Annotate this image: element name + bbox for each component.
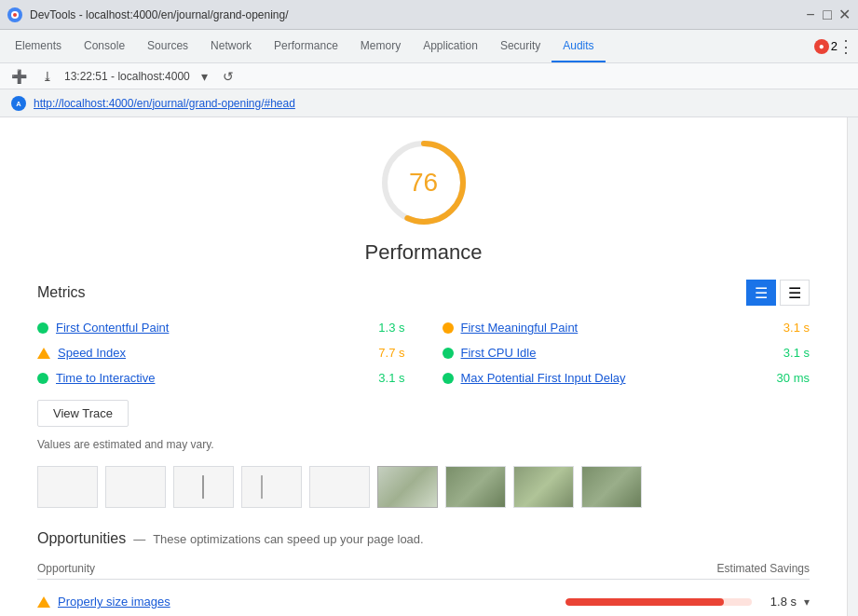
tab-memory[interactable]: Memory — [349, 30, 412, 62]
browser-favicon — [7, 7, 22, 22]
audit-results: 76 Performance Metrics ☰ ☰ First Content… — [0, 117, 847, 616]
list-view-button[interactable]: ☰ — [780, 280, 810, 306]
filmstrip-frame-3 — [173, 466, 234, 508]
metric-max-potential-fid: Max Potential First Input Delay 30 ms — [443, 371, 810, 385]
export-button[interactable]: ⤓ — [38, 67, 57, 86]
tab-bar: Elements Console Sources Network Perform… — [0, 30, 858, 63]
grid-view-button[interactable]: ☰ — [746, 280, 776, 306]
tab-console[interactable]: Console — [73, 30, 136, 62]
filmstrip-frame-7 — [445, 466, 506, 508]
metric-value-tti: 3.1 s — [378, 371, 404, 385]
filmstrip-frame-2 — [105, 466, 166, 508]
metric-name-tti[interactable]: Time to Interactive — [56, 371, 371, 385]
opp-bar-fill — [565, 598, 724, 606]
metric-first-contentful-paint: First Contentful Paint 1.3 s — [37, 321, 405, 335]
error-count: 2 — [831, 39, 838, 53]
minimize-button[interactable]: − — [804, 8, 817, 21]
metric-dot-orange-fmp — [443, 322, 454, 334]
filmstrip-frame-4 — [241, 466, 302, 508]
metric-dot-green-fci — [443, 348, 454, 359]
chevron-down-icon[interactable]: ▾ — [804, 595, 810, 609]
metric-value-si: 7.7 s — [378, 346, 404, 360]
maximize-button[interactable]: □ — [821, 8, 834, 21]
tab-security[interactable]: Security — [489, 30, 552, 62]
metrics-toggle: ☰ ☰ — [746, 280, 810, 306]
savings-column-label: Estimated Savings — [717, 562, 810, 575]
metric-name-fid[interactable]: Max Potential First Input Delay — [461, 371, 769, 385]
metrics-header: Metrics ☰ ☰ — [37, 280, 810, 306]
metric-speed-index: Speed Index 7.7 s — [37, 346, 405, 360]
metric-dot-green-fid — [443, 373, 454, 384]
tab-elements[interactable]: Elements — [4, 30, 73, 62]
error-badge-area: ● 2 — [814, 39, 838, 54]
opp-savings-bar — [565, 598, 752, 606]
filmstrip — [37, 466, 810, 508]
svg-point-2 — [13, 13, 17, 17]
metric-dot-green-tti — [37, 373, 48, 384]
new-session-button[interactable]: ➕ — [7, 67, 31, 86]
dropdown-button[interactable]: ▾ — [197, 67, 211, 86]
opportunities-section: Opportunities — These optimizations can … — [37, 530, 810, 616]
view-trace-button[interactable]: View Trace — [37, 400, 129, 427]
metric-first-cpu-idle: First CPU Idle 3.1 s — [443, 346, 810, 360]
close-button[interactable]: ✕ — [838, 8, 851, 21]
metrics-grid: First Contentful Paint 1.3 s First Meani… — [37, 321, 810, 385]
metric-value-fci: 3.1 s — [783, 346, 810, 360]
error-icon: ● — [819, 41, 824, 51]
metric-value-fcp: 1.3 s — [378, 321, 404, 335]
filmstrip-frame-5 — [309, 466, 370, 508]
filmstrip-frame-8 — [513, 466, 574, 508]
opportunities-subtitle: These optimizations can speed up your pa… — [153, 532, 424, 546]
metric-name-fcp[interactable]: First Contentful Paint — [56, 321, 371, 335]
metric-value-fid: 30 ms — [777, 371, 810, 385]
window-controls: − □ ✕ — [804, 8, 851, 21]
page-url[interactable]: http://localhost:4000/en/journal/grand-o… — [34, 97, 295, 110]
tab-performance[interactable]: Performance — [263, 30, 349, 62]
devtools-toolbar: ➕ ⤓ 13:22:51 - localhost:4000 ▾ ↺ — [0, 63, 858, 89]
reload-button[interactable]: ↺ — [219, 67, 238, 86]
score-circle: 76 — [377, 136, 470, 229]
opportunities-title: Opportunities — [37, 530, 126, 547]
metric-name-fci[interactable]: First CPU Idle — [461, 346, 776, 360]
opportunities-dash: — — [133, 532, 145, 546]
metric-first-meaningful-paint: First Meaningful Paint 3.1 s — [443, 321, 810, 335]
title-bar: DevTools - localhost:4000/en/journal/gra… — [0, 0, 858, 30]
more-options-button[interactable]: ⋮ — [838, 36, 854, 57]
estimated-note: Values are estimated and may vary. — [37, 438, 810, 451]
opportunity-column-label: Opportunity — [37, 562, 95, 575]
filmstrip-frame-9 — [581, 466, 642, 508]
url-bar: A http://localhost:4000/en/journal/grand… — [0, 89, 858, 117]
error-count-badge: ● — [814, 39, 829, 54]
opportunities-header: Opportunities — These optimizations can … — [37, 530, 810, 547]
score-label: Performance — [365, 240, 483, 265]
opp-value-psi: 1.8 s — [759, 595, 797, 609]
window-title: DevTools - localhost:4000/en/journal/gra… — [30, 8, 289, 21]
opp-triangle-icon — [37, 596, 50, 608]
tab-application[interactable]: Application — [412, 30, 489, 62]
score-value: 76 — [409, 168, 438, 198]
tab-sources[interactable]: Sources — [136, 30, 199, 62]
metric-triangle-si — [37, 348, 50, 359]
metric-name-si[interactable]: Speed Index — [58, 346, 371, 360]
page-favicon: A — [11, 96, 26, 111]
main-content-area: 76 Performance Metrics ☰ ☰ First Content… — [0, 117, 858, 616]
metrics-title: Metrics — [37, 284, 86, 301]
opp-name-psi[interactable]: Properly size images — [58, 595, 558, 609]
opportunities-table-header: Opportunity Estimated Savings — [37, 558, 810, 580]
metric-time-to-interactive: Time to Interactive 3.1 s — [37, 371, 405, 385]
filmstrip-frame-1 — [37, 466, 98, 508]
filmstrip-frame-6 — [377, 466, 438, 508]
tab-network[interactable]: Network — [199, 30, 263, 62]
opportunity-properly-size-images: Properly size images 1.8 s ▾ — [37, 587, 810, 616]
score-section: 76 Performance — [37, 136, 810, 265]
session-label: 13:22:51 - localhost:4000 — [64, 70, 190, 83]
metric-name-fmp[interactable]: First Meaningful Paint — [461, 321, 776, 335]
metric-value-fmp: 3.1 s — [783, 321, 810, 335]
scrollbar[interactable] — [847, 117, 858, 616]
svg-text:A: A — [16, 100, 21, 108]
metrics-section: Metrics ☰ ☰ First Contentful Paint 1.3 s… — [37, 280, 810, 508]
metric-dot-green — [37, 322, 48, 334]
tab-audits[interactable]: Audits — [552, 30, 605, 62]
